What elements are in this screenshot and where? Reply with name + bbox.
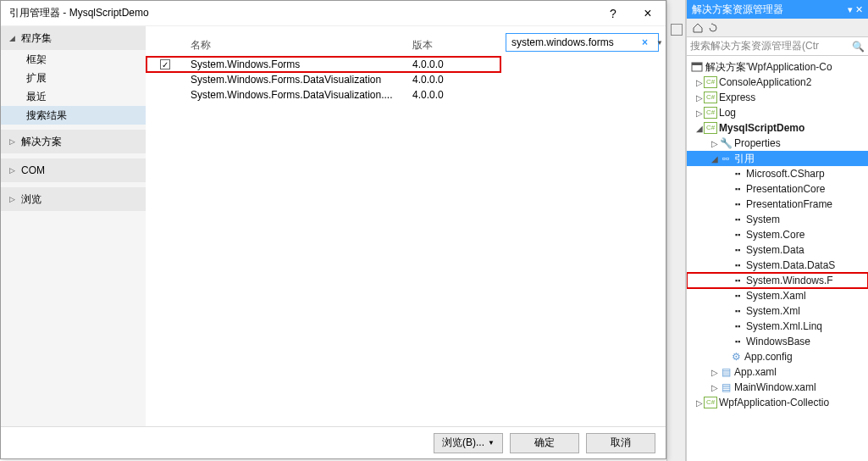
category-sidebar: ◢程序集 框架 扩展 最近 搜索结果 ▷解决方案 ▷COM ▷浏览: [1, 26, 147, 426]
csharp-icon: C#: [704, 92, 717, 103]
checkbox-checked[interactable]: ✓: [160, 59, 170, 69]
column-version[interactable]: 版本: [412, 38, 497, 53]
reference-item[interactable]: ▪▪System.Xaml: [687, 288, 868, 303]
reference-item[interactable]: ▪▪System.Core: [687, 227, 868, 242]
column-headers: 名称 版本: [147, 26, 500, 57]
subcategory-recent[interactable]: 最近: [1, 87, 146, 106]
ide-dock-strip: [666, 0, 686, 461]
project-node[interactable]: ▷C#WpfApplication-Collectio: [687, 395, 868, 410]
reference-item[interactable]: ▪▪PresentationCore: [687, 181, 868, 197]
result-name: System.Windows.Forms.DataVisualization..…: [184, 89, 412, 101]
assembly-icon: ▪▪: [731, 336, 744, 347]
category-solution[interactable]: ▷解决方案: [1, 130, 146, 153]
solution-icon: [690, 61, 704, 73]
expander-icon[interactable]: ▷: [710, 368, 719, 377]
search-input[interactable]: [510, 36, 640, 49]
search-box[interactable]: × ▼: [506, 33, 659, 52]
project-node[interactable]: ▷C#ConsoleApplication2: [687, 75, 868, 90]
expander-icon[interactable]: ◢: [710, 154, 719, 164]
project-node-active[interactable]: ◢C#MysqlScriptDemo: [687, 120, 868, 136]
file-node[interactable]: ▷▤App.xaml: [687, 364, 868, 380]
solution-explorer-toolbar: [687, 19, 868, 37]
expander-icon[interactable]: ◢: [695, 124, 704, 133]
dialog-footer: 浏览(B)...▼ 确定 取消: [1, 426, 666, 458]
xaml-icon: ▤: [719, 381, 733, 393]
project-node[interactable]: ▷C#Log: [687, 105, 868, 120]
reference-item[interactable]: ▪▪Microsoft.CSharp: [687, 166, 868, 181]
help-button[interactable]: ?: [596, 7, 630, 20]
browse-button[interactable]: 浏览(B)...▼: [434, 433, 503, 453]
chevron-right-icon: ▷: [9, 166, 18, 175]
search-icon[interactable]: 🔍: [852, 41, 865, 53]
reference-item[interactable]: ▪▪System.Xml: [687, 303, 868, 319]
solution-node[interactable]: 解决方案'WpfApplication-Co: [687, 59, 868, 75]
reference-item[interactable]: ▪▪System.Windows.F: [687, 273, 868, 288]
assembly-icon: ▪▪: [731, 305, 744, 317]
reference-item[interactable]: ▪▪System: [687, 212, 868, 227]
results-area: 名称 版本 ✓System.Windows.Forms4.0.0.0System…: [147, 26, 500, 426]
reference-manager-dialog: 引用管理器 - MysqlScriptDemo ? × ◢程序集 框架 扩展 最…: [0, 0, 666, 459]
expander-icon[interactable]: ▷: [695, 78, 704, 87]
svg-rect-1: [692, 63, 702, 65]
clear-icon[interactable]: ×: [640, 36, 650, 48]
assembly-icon: ▪▪: [731, 275, 744, 286]
subcategory-search-results[interactable]: 搜索结果: [1, 106, 146, 125]
result-version: 4.0.0.0: [412, 58, 497, 70]
reference-item[interactable]: ▪▪System.Data: [687, 242, 868, 258]
xaml-icon: ▤: [719, 366, 733, 378]
subcategory-extensions[interactable]: 扩展: [1, 69, 146, 87]
assembly-icon: ▪▪: [731, 168, 744, 180]
solution-explorer-title: 解决方案资源管理器: [692, 0, 783, 19]
file-node[interactable]: ⚙App.config: [687, 349, 868, 364]
panel-window-controls[interactable]: ▾ ✕: [848, 0, 863, 19]
result-row[interactable]: System.Windows.Forms.DataVisualization..…: [147, 87, 500, 103]
dock-icon[interactable]: [671, 24, 683, 36]
chevron-down-icon[interactable]: ▼: [656, 39, 663, 47]
category-com[interactable]: ▷COM: [1, 158, 146, 182]
expander-icon[interactable]: ▷: [695, 398, 704, 408]
expander-icon[interactable]: ▷: [695, 93, 704, 103]
wrench-icon: 🔧: [719, 137, 733, 149]
reference-item[interactable]: ▪▪PresentationFrame: [687, 197, 868, 212]
solution-label: 解决方案'WpfApplication-Co: [705, 60, 832, 75]
close-button[interactable]: ×: [630, 6, 666, 21]
home-icon[interactable]: [692, 22, 704, 34]
solution-explorer-panel: 解决方案资源管理器 ▾ ✕ 搜索解决方案资源管理器(Ctr 🔍 解决方案'Wpf…: [686, 0, 868, 461]
csharp-icon: C#: [704, 122, 717, 134]
reference-item[interactable]: ▪▪System.Xml.Linq: [687, 319, 868, 334]
assembly-icon: ▪▪: [731, 198, 744, 210]
chevron-down-icon: ▼: [488, 439, 495, 447]
solution-explorer-search[interactable]: 搜索解决方案资源管理器(Ctr 🔍: [687, 37, 868, 56]
result-version: 4.0.0.0: [412, 89, 497, 101]
references-node[interactable]: ◢▫▫引用: [687, 151, 868, 166]
result-list: ✓System.Windows.Forms4.0.0.0System.Windo…: [147, 57, 500, 103]
solution-explorer-title-bar: 解决方案资源管理器 ▾ ✕: [687, 0, 868, 19]
assembly-icon: ▪▪: [731, 320, 744, 332]
dialog-titlebar: 引用管理器 - MysqlScriptDemo ? ×: [1, 1, 666, 26]
assembly-icon: ▪▪: [731, 229, 744, 241]
properties-node[interactable]: ▷🔧Properties: [687, 136, 868, 151]
reference-item[interactable]: ▪▪WindowsBase: [687, 334, 868, 349]
solution-explorer-search-placeholder: 搜索解决方案资源管理器(Ctr: [690, 39, 819, 53]
result-row[interactable]: ✓System.Windows.Forms4.0.0.0: [147, 57, 500, 72]
result-row[interactable]: System.Windows.Forms.DataVisualization4.…: [147, 72, 500, 87]
refresh-icon[interactable]: [707, 22, 719, 34]
subcategory-framework[interactable]: 框架: [1, 50, 146, 69]
category-assemblies[interactable]: ◢程序集: [1, 26, 146, 50]
assembly-icon: ▪▪: [731, 214, 744, 225]
cancel-button[interactable]: 取消: [586, 433, 655, 453]
dialog-body: ◢程序集 框架 扩展 最近 搜索结果 ▷解决方案 ▷COM ▷浏览 名称 版本 …: [1, 26, 666, 426]
csharp-icon: C#: [704, 397, 717, 408]
expander-icon[interactable]: ▷: [695, 108, 704, 118]
column-name[interactable]: 名称: [184, 38, 412, 53]
expander-icon[interactable]: ▷: [710, 139, 719, 148]
category-browse[interactable]: ▷浏览: [1, 187, 146, 211]
assembly-icon: ▪▪: [731, 259, 744, 271]
file-node[interactable]: ▷▤MainWindow.xaml: [687, 380, 868, 395]
project-node[interactable]: ▷C#Express: [687, 90, 868, 105]
reference-item[interactable]: ▪▪System.Data.DataS: [687, 258, 868, 273]
ok-button[interactable]: 确定: [510, 433, 579, 453]
expander-icon[interactable]: ▷: [710, 383, 719, 392]
chevron-right-icon: ▷: [9, 195, 18, 203]
result-version: 4.0.0.0: [412, 74, 497, 86]
